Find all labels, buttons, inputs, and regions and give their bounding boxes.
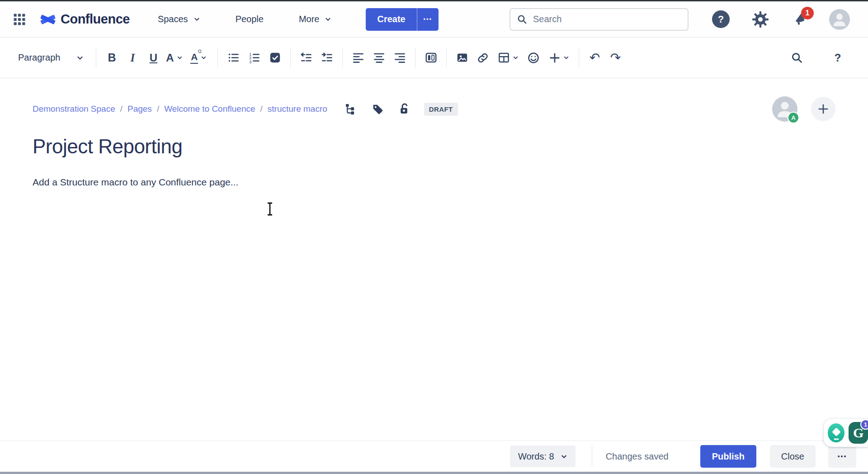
help-icon[interactable]: ? <box>712 10 730 28</box>
top-app-bar: Confluence Spaces People More Create •••… <box>0 1 868 38</box>
chevron-down-icon <box>325 16 331 23</box>
breadcrumb-separator: / <box>157 104 159 114</box>
invite-add-button[interactable] <box>811 97 835 121</box>
toolbar-separator <box>96 48 96 68</box>
grammarly-widget: G 1 <box>824 419 868 447</box>
word-count-dropdown[interactable]: Words: 8 <box>510 446 576 467</box>
window-bottom-edge <box>0 472 868 474</box>
app-switcher-icon[interactable] <box>12 12 27 27</box>
save-status-text: Changes saved <box>606 451 669 462</box>
toolbar-separator <box>342 48 343 68</box>
notifications-megaphone-icon[interactable]: 1 <box>791 11 807 28</box>
breadcrumb-link-parent[interactable]: Welcome to Confluence <box>164 104 255 114</box>
settings-gear-icon[interactable] <box>751 10 769 28</box>
create-button[interactable]: Create <box>366 8 416 31</box>
contributor-avatar[interactable]: A <box>772 96 797 122</box>
chevron-down-icon <box>193 16 200 23</box>
underline-button[interactable]: U <box>143 47 164 68</box>
global-search[interactable] <box>509 8 689 31</box>
page-body-text[interactable]: Add a Structure macro to any Confluence … <box>33 177 835 188</box>
text-color-button[interactable]: A <box>164 47 184 68</box>
italic-button[interactable]: I <box>122 47 143 68</box>
chevron-down-icon <box>201 55 207 61</box>
labels-tag-icon[interactable] <box>370 101 385 117</box>
profile-avatar[interactable] <box>829 9 850 30</box>
text-cursor-icon <box>266 202 275 216</box>
top-navigation: Spaces People More <box>158 14 332 24</box>
toolbar-separator <box>290 48 291 68</box>
suggestion-lightbulb-icon[interactable] <box>828 423 844 442</box>
breadcrumb-link-current[interactable]: structure macro <box>268 104 327 114</box>
bullet-list-button[interactable] <box>223 47 244 68</box>
grammarly-icon[interactable]: G 1 <box>849 422 868 444</box>
toolbar-separator <box>415 48 415 68</box>
logo-text: Confluence <box>61 12 130 27</box>
insert-link-button[interactable] <box>472 47 493 68</box>
footer-more-button[interactable]: ••• <box>828 445 856 468</box>
editor-toolbar: Paragraph B I U A A 1 2 3 <box>0 38 868 78</box>
toolbar-separator <box>446 48 447 68</box>
editor-help-button[interactable]: ? <box>827 47 848 68</box>
chevron-down-icon <box>513 55 519 61</box>
editor-content[interactable]: Demonstration Space / Pages / Welcome to… <box>0 96 868 188</box>
confluence-logo-icon <box>40 11 56 28</box>
insert-table-button[interactable] <box>493 47 523 68</box>
chevron-down-icon <box>177 55 183 61</box>
undo-button[interactable]: ↶ <box>584 47 605 68</box>
align-center-button[interactable] <box>368 47 389 68</box>
page-title[interactable]: Project Reporting <box>33 135 835 158</box>
search-input[interactable] <box>533 14 681 24</box>
topbar-icon-group: ? 1 <box>712 9 850 30</box>
toolbar-separator <box>217 48 218 68</box>
footer-separator <box>592 446 592 467</box>
align-right-button[interactable] <box>389 47 410 68</box>
nav-spaces[interactable]: Spaces <box>158 14 200 24</box>
text-style-dropdown[interactable]: Paragraph <box>18 52 84 63</box>
unlock-icon[interactable] <box>397 101 412 117</box>
contributor-status-badge: A <box>788 112 799 123</box>
align-left-button[interactable] <box>348 47 368 68</box>
create-more-button[interactable]: ••• <box>417 8 439 31</box>
emoji-button[interactable] <box>523 47 544 68</box>
chevron-down-icon <box>76 54 84 62</box>
close-button[interactable]: Close <box>770 445 816 468</box>
task-list-button[interactable] <box>264 47 285 68</box>
chevron-down-icon <box>561 453 567 460</box>
outdent-button[interactable] <box>296 47 316 68</box>
more-formatting-button[interactable]: A <box>184 47 212 68</box>
insert-image-button[interactable] <box>452 47 472 68</box>
draft-status-badge: DRAFT <box>424 103 458 116</box>
publish-button[interactable]: Publish <box>700 445 756 468</box>
breadcrumb: Demonstration Space / Pages / Welcome to… <box>33 104 327 114</box>
bold-button[interactable]: B <box>101 47 122 68</box>
chevron-down-icon <box>563 55 569 61</box>
find-replace-icon[interactable] <box>787 47 807 68</box>
indent-button[interactable] <box>316 47 337 68</box>
numbered-list-button[interactable]: 1 2 3 <box>244 47 264 68</box>
editor-footer-bar: Words: 8 Changes saved Publish Close ••• <box>0 441 868 472</box>
create-split-button: Create ••• <box>366 8 438 31</box>
insert-more-button[interactable] <box>544 47 574 68</box>
redo-button[interactable]: ↷ <box>605 47 626 68</box>
grammarly-count-badge: 1 <box>860 419 868 430</box>
breadcrumb-separator: / <box>120 104 123 114</box>
breadcrumb-separator: / <box>260 104 263 114</box>
svg-text:3: 3 <box>249 60 251 64</box>
breadcrumb-link-space[interactable]: Demonstration Space <box>33 104 115 114</box>
page-layout-button[interactable] <box>420 47 441 68</box>
nav-more[interactable]: More <box>299 14 332 24</box>
toolbar-separator <box>579 48 579 68</box>
confluence-logo[interactable]: Confluence <box>40 11 130 28</box>
search-icon <box>517 14 528 25</box>
notification-count-badge: 1 <box>801 7 814 19</box>
breadcrumb-link-pages[interactable]: Pages <box>127 104 152 114</box>
nav-people[interactable]: People <box>236 14 264 24</box>
page-tree-structure-icon[interactable] <box>343 101 358 117</box>
plus-icon <box>817 103 829 115</box>
